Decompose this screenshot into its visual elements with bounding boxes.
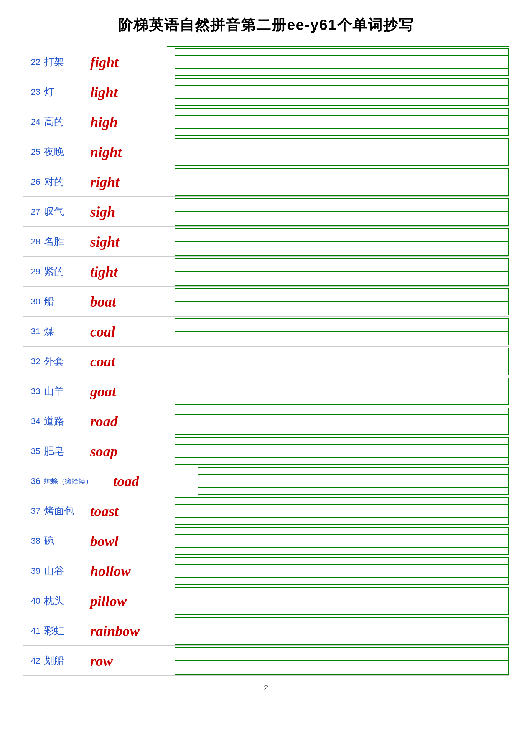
writing-area[interactable] — [175, 587, 509, 615]
write-line — [198, 468, 301, 475]
table-row: 30船boat — [23, 287, 509, 317]
write-line — [175, 56, 286, 62]
write-line — [286, 398, 397, 404]
write-line — [397, 278, 508, 284]
write-line — [286, 259, 397, 265]
write-line — [175, 415, 286, 421]
write-line — [397, 528, 508, 535]
write-line — [397, 654, 508, 661]
write-col — [397, 229, 508, 255]
writing-area[interactable] — [175, 647, 509, 675]
word-number: 28 — [23, 237, 44, 247]
write-line — [198, 488, 301, 494]
word-chinese: 山谷 — [44, 564, 90, 578]
write-line — [397, 229, 508, 235]
writing-area[interactable] — [175, 378, 509, 405]
table-row: 39山谷hollow — [23, 556, 509, 586]
write-col — [286, 109, 397, 135]
write-line — [286, 594, 397, 601]
word-english: sigh — [90, 203, 167, 220]
word-english: coal — [90, 323, 167, 340]
writing-area[interactable] — [175, 348, 509, 375]
write-line — [286, 528, 397, 535]
writing-area[interactable] — [198, 467, 509, 495]
write-line — [286, 169, 397, 175]
write-line — [397, 175, 508, 182]
write-col — [286, 139, 397, 165]
writing-area[interactable] — [175, 408, 509, 435]
write-line — [175, 548, 286, 554]
write-line — [175, 182, 286, 188]
write-line — [286, 152, 397, 158]
write-line — [286, 505, 397, 511]
write-line — [175, 408, 286, 415]
write-line — [286, 648, 397, 654]
write-line — [175, 565, 286, 571]
write-line — [397, 541, 508, 548]
write-line — [286, 338, 397, 344]
write-line — [397, 558, 508, 565]
writing-area[interactable] — [175, 48, 509, 76]
write-line — [286, 498, 397, 505]
write-col — [175, 348, 286, 375]
write-line — [286, 302, 397, 308]
word-number: 33 — [23, 386, 44, 396]
write-line — [397, 152, 508, 158]
word-english: sight — [90, 233, 167, 250]
write-col — [397, 79, 508, 105]
writing-area[interactable] — [175, 557, 509, 585]
write-line — [286, 445, 397, 451]
write-line — [286, 122, 397, 129]
write-col — [175, 648, 286, 674]
write-line — [397, 421, 508, 428]
write-line — [397, 129, 508, 135]
writing-area[interactable] — [175, 228, 509, 256]
write-line — [286, 565, 397, 571]
writing-area[interactable] — [175, 168, 509, 196]
write-line — [175, 607, 286, 614]
writing-area[interactable] — [175, 258, 509, 286]
write-col — [397, 378, 508, 404]
write-line — [175, 116, 286, 122]
writing-area[interactable] — [175, 288, 509, 315]
write-line — [175, 558, 286, 565]
write-line — [286, 511, 397, 518]
write-line — [286, 637, 397, 644]
writing-area[interactable] — [175, 138, 509, 166]
write-line — [175, 295, 286, 302]
write-line — [286, 199, 397, 205]
write-line — [405, 481, 508, 488]
write-line — [175, 129, 286, 135]
writing-area[interactable] — [175, 198, 509, 226]
word-english: rainbow — [90, 622, 167, 639]
write-line — [397, 398, 508, 404]
write-col — [397, 588, 508, 614]
writing-area[interactable] — [175, 108, 509, 136]
writing-area[interactable] — [175, 318, 509, 345]
writing-area[interactable] — [175, 497, 509, 525]
write-line — [175, 332, 286, 338]
writing-area[interactable] — [175, 617, 509, 645]
writing-area[interactable] — [175, 527, 509, 555]
write-line — [397, 348, 508, 355]
write-line — [175, 229, 286, 235]
write-line — [286, 661, 397, 667]
word-english: pillow — [90, 593, 167, 609]
write-line — [175, 637, 286, 644]
write-line — [397, 535, 508, 541]
write-line — [397, 588, 508, 594]
writing-area[interactable] — [175, 78, 509, 106]
word-list: 22打架fight23灯light24高的high25夜晚night26对的ri… — [23, 47, 509, 676]
word-number: 42 — [23, 656, 44, 666]
writing-area[interactable] — [175, 437, 509, 465]
write-line — [397, 338, 508, 344]
write-col — [397, 139, 508, 165]
write-line — [397, 188, 508, 195]
table-row: 24高的high — [23, 107, 509, 137]
write-line — [286, 99, 397, 105]
write-line — [175, 631, 286, 637]
word-chinese: 道路 — [44, 414, 90, 428]
write-line — [286, 62, 397, 69]
write-line — [397, 302, 508, 308]
write-line — [397, 428, 508, 434]
